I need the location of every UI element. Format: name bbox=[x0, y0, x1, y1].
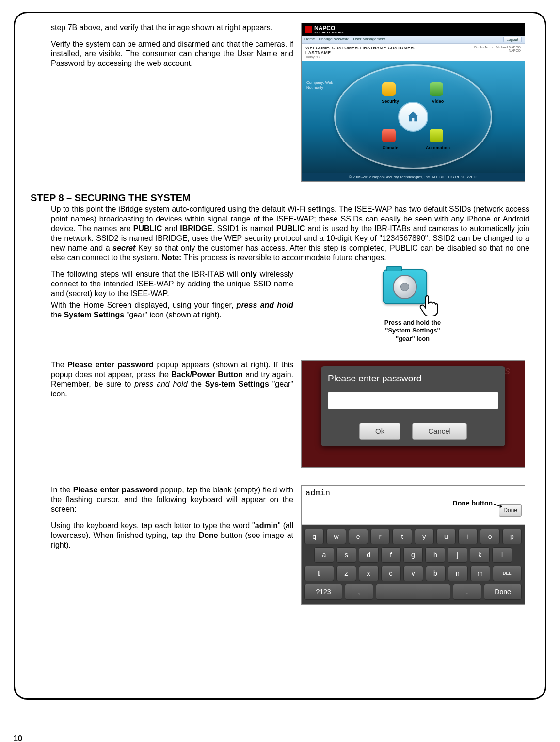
password-popup-title: Please enter password bbox=[328, 373, 498, 384]
password-text: The Please enter password popup appears … bbox=[51, 360, 293, 468]
home-icon[interactable] bbox=[398, 102, 428, 132]
key-⇧[interactable]: ⇧ bbox=[304, 566, 334, 581]
done-annotation: Done button bbox=[453, 499, 493, 507]
gear-icon bbox=[393, 275, 417, 299]
key-g[interactable]: g bbox=[403, 547, 423, 563]
key-n[interactable]: n bbox=[448, 566, 468, 581]
step8-body: Up to this point the iBridge system auto… bbox=[51, 205, 529, 263]
key-p[interactable]: p bbox=[502, 529, 522, 544]
step8-heading: STEP 8 – SECURING THE SYSTEM bbox=[31, 192, 529, 204]
automation-icon[interactable] bbox=[430, 129, 443, 142]
key-f[interactable]: f bbox=[381, 547, 401, 563]
key-q[interactable]: q bbox=[304, 529, 324, 544]
video-icon[interactable] bbox=[430, 82, 443, 96]
password-input[interactable] bbox=[328, 392, 498, 409]
key-t[interactable]: t bbox=[392, 529, 412, 544]
ok-button[interactable]: Ok bbox=[359, 423, 400, 440]
welcome-line2: LASTNAME bbox=[305, 50, 416, 55]
on-screen-keyboard: qwertyuiop asdfghjkl ⇧zxcvbnmDEL ?123,.D… bbox=[302, 525, 525, 604]
key-o[interactable]: o bbox=[480, 529, 499, 544]
automation-label: Automation bbox=[421, 145, 455, 150]
intro-p1: step 7B above, and verify that the image… bbox=[51, 23, 293, 32]
keyboard-p2: Using the keyboard keys, tap each letter… bbox=[51, 521, 293, 550]
security-label: Security bbox=[373, 99, 407, 104]
key-,[interactable]: , bbox=[345, 584, 373, 600]
key-b[interactable]: b bbox=[426, 566, 446, 581]
dealer-company: NAPCO bbox=[474, 49, 521, 52]
keyboard-screenshot: admin Done Done button qwertyuiop asdfgh… bbox=[301, 485, 525, 605]
logout-button[interactable]: Logout bbox=[503, 37, 522, 42]
key-v[interactable]: v bbox=[403, 566, 423, 581]
key-done[interactable]: Done bbox=[484, 584, 522, 600]
key-w[interactable]: w bbox=[326, 529, 346, 544]
key-r[interactable]: r bbox=[370, 529, 390, 544]
key-c[interactable]: c bbox=[381, 566, 401, 581]
password-popup-screenshot: ngs Applications Please enter password O… bbox=[301, 360, 525, 468]
welcome-line1: WELCOME, CUSTOMER-FIRSTNAME CUSTOMER- bbox=[305, 46, 416, 50]
key-.[interactable]: . bbox=[453, 584, 481, 600]
keyboard-p1: In the Please enter password popup, tap … bbox=[51, 485, 293, 514]
climate-icon[interactable] bbox=[382, 129, 396, 142]
cancel-button[interactable]: Cancel bbox=[412, 423, 467, 440]
key-x[interactable]: x bbox=[359, 566, 379, 581]
key-j[interactable]: j bbox=[448, 547, 467, 563]
key-s[interactable]: s bbox=[336, 547, 356, 563]
key-i[interactable]: i bbox=[458, 529, 478, 544]
password-popup: Please enter password Ok Cancel bbox=[321, 366, 505, 446]
today-text: Today is 2 bbox=[305, 55, 416, 59]
keyboard-text: In the Please enter password popup, tap … bbox=[51, 485, 293, 605]
napco-logo-mark bbox=[305, 26, 312, 33]
gear-p2: With the Home Screen displayed, using yo… bbox=[51, 300, 293, 320]
napco-logo: NAPCO SECURITY GROUP bbox=[302, 23, 525, 36]
napco-nav-bar: Home ChangePassword User Management Logo… bbox=[302, 36, 525, 44]
key-d[interactable]: d bbox=[359, 547, 379, 563]
gear-caption: Press and hold the "System Settings" "ge… bbox=[384, 319, 441, 343]
key-y[interactable]: y bbox=[415, 529, 434, 544]
nav-home[interactable]: Home bbox=[304, 37, 315, 42]
dealer-name: Dealer Name: Michael NAPCO bbox=[474, 46, 521, 49]
napco-side-status: Company: Web Not ready bbox=[306, 80, 333, 91]
nav-user-management[interactable]: User Management bbox=[353, 37, 385, 42]
gear-p1: The following steps will ensure that the… bbox=[51, 269, 293, 299]
key-[interactable] bbox=[376, 584, 450, 600]
gear-instruction-figure: Press and hold the "System Settings" "ge… bbox=[301, 269, 524, 343]
key-z[interactable]: z bbox=[336, 566, 356, 581]
napco-screenshot: NAPCO SECURITY GROUP Home ChangePassword… bbox=[301, 23, 525, 182]
climate-label: Climate bbox=[373, 145, 407, 150]
key-a[interactable]: a bbox=[314, 547, 334, 563]
pointing-hand-icon bbox=[417, 292, 445, 319]
nav-change-password[interactable]: ChangePassword bbox=[319, 37, 349, 42]
key-m[interactable]: m bbox=[470, 566, 490, 581]
intro-p2: Verify the system can be armed and disar… bbox=[51, 39, 293, 68]
key-h[interactable]: h bbox=[425, 547, 445, 563]
key-?123[interactable]: ?123 bbox=[304, 584, 342, 600]
key-u[interactable]: u bbox=[436, 529, 456, 544]
video-label: Video bbox=[421, 99, 455, 104]
key-k[interactable]: k bbox=[470, 547, 490, 563]
security-icon[interactable] bbox=[382, 82, 396, 96]
intro-text: step 7B above, and verify that the image… bbox=[51, 23, 293, 182]
key-e[interactable]: e bbox=[349, 529, 368, 544]
password-para: The Please enter password popup appears … bbox=[51, 360, 293, 399]
key-del[interactable]: DEL bbox=[493, 566, 522, 581]
napco-footer: © 2009-2012 Napco Security Technologies,… bbox=[302, 173, 525, 181]
gear-text: The following steps will ensure that the… bbox=[51, 269, 293, 343]
key-l[interactable]: l bbox=[492, 547, 512, 563]
